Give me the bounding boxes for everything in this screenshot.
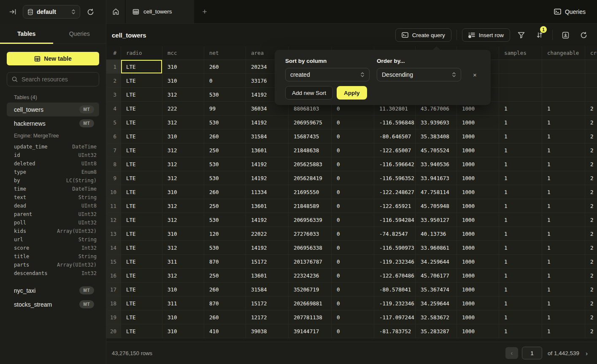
- table-cell[interactable]: LTE: [121, 74, 162, 88]
- table-cell[interactable]: 311: [162, 255, 204, 269]
- table-cell[interactable]: 1: [542, 129, 585, 143]
- table-cell[interactable]: 312: [162, 213, 204, 227]
- table-cell[interactable]: 530: [204, 171, 246, 185]
- table-cell[interactable]: 250: [204, 269, 246, 283]
- table-cell[interactable]: 205625883: [289, 157, 332, 171]
- table-cell[interactable]: -122.670486: [374, 269, 416, 283]
- table-cell[interactable]: -122.248627: [374, 185, 416, 199]
- table-cell[interactable]: 1: [499, 129, 542, 143]
- table-cell[interactable]: 1: [542, 185, 585, 199]
- table-cell[interactable]: -116.596642: [374, 157, 416, 171]
- apply-sort-button[interactable]: Apply: [337, 86, 367, 100]
- column-header-created[interactable]: created: [585, 46, 597, 59]
- table-cell[interactable]: LTE: [121, 185, 162, 199]
- table-cell[interactable]: 1: [542, 171, 585, 185]
- table-cell[interactable]: 206956338: [289, 241, 332, 255]
- table-cell[interactable]: 2: [585, 185, 597, 199]
- table-cell[interactable]: 1: [542, 241, 585, 255]
- table-cell[interactable]: 1: [499, 116, 542, 129]
- table-cell[interactable]: 1: [499, 185, 542, 199]
- table-cell[interactable]: 0: [332, 283, 374, 297]
- table-cell[interactable]: 12172: [246, 310, 289, 324]
- table-cell[interactable]: 1000: [457, 324, 499, 338]
- table-cell[interactable]: LTE: [121, 297, 162, 310]
- column-header-mcc[interactable]: mcc: [162, 46, 204, 59]
- table-cell[interactable]: [585, 74, 597, 88]
- create-query-button[interactable]: Create query: [395, 28, 451, 42]
- table-cell[interactable]: 260: [204, 129, 246, 143]
- table-cell[interactable]: 27276033: [289, 227, 332, 241]
- table-cell[interactable]: 1: [499, 102, 542, 116]
- table-cell[interactable]: 1: [499, 241, 542, 255]
- table-cell[interactable]: 45.705524: [416, 143, 457, 157]
- table-cell[interactable]: 33.960861: [416, 241, 457, 255]
- table-cell[interactable]: 1: [542, 283, 585, 297]
- table-cell[interactable]: 2: [585, 283, 597, 297]
- table-cell[interactable]: 0: [332, 129, 374, 143]
- column-header-samples[interactable]: samples: [499, 46, 542, 59]
- table-cell[interactable]: LTE: [121, 269, 162, 283]
- table-cell[interactable]: 0: [332, 116, 374, 129]
- column-header-num[interactable]: #: [106, 46, 121, 59]
- table-cell[interactable]: 1: [542, 324, 585, 338]
- table-cell[interactable]: 45.705948: [416, 199, 457, 213]
- table-cell[interactable]: [585, 60, 597, 74]
- table-cell[interactable]: -119.232346: [374, 255, 416, 269]
- table-cell[interactable]: [585, 88, 597, 102]
- table-cell[interactable]: 310: [162, 185, 204, 199]
- table-cell[interactable]: 205628419: [289, 171, 332, 185]
- page-number-input[interactable]: [522, 347, 542, 359]
- remove-sort-button[interactable]: ×: [473, 68, 477, 81]
- table-cell[interactable]: 14192: [246, 241, 289, 255]
- table-cell[interactable]: 22022: [246, 227, 289, 241]
- table-cell[interactable]: -117.097244: [374, 310, 416, 324]
- table-cell[interactable]: 312: [162, 199, 204, 213]
- table-cell[interactable]: 22324236: [289, 269, 332, 283]
- table-cell[interactable]: 870: [204, 255, 246, 269]
- table-cell[interactable]: 2: [585, 171, 597, 185]
- table-cell[interactable]: LTE: [121, 213, 162, 227]
- table-cell[interactable]: 310: [162, 74, 204, 88]
- table-cell[interactable]: [542, 60, 585, 74]
- table-cell[interactable]: 201376787: [289, 255, 332, 269]
- table-cell[interactable]: 312: [162, 171, 204, 185]
- table-cell[interactable]: LTE: [121, 129, 162, 143]
- table-cell[interactable]: 2: [585, 157, 597, 171]
- table-cell[interactable]: 207781138: [289, 310, 332, 324]
- table-cell[interactable]: 1: [542, 297, 585, 310]
- table-cell[interactable]: 13601: [246, 269, 289, 283]
- table-cell[interactable]: [499, 88, 542, 102]
- download-button[interactable]: [558, 28, 573, 42]
- table-cell[interactable]: 1: [499, 297, 542, 310]
- table-cell[interactable]: 0: [332, 255, 374, 269]
- table-cell[interactable]: 14192: [246, 157, 289, 171]
- table-cell[interactable]: 2: [585, 102, 597, 116]
- table-cell[interactable]: 0: [332, 324, 374, 338]
- table-cell[interactable]: 530: [204, 116, 246, 129]
- table-cell[interactable]: 2: [585, 116, 597, 129]
- table-cell[interactable]: 33.940536: [416, 157, 457, 171]
- table-cell[interactable]: 1: [542, 143, 585, 157]
- table-cell[interactable]: 1: [499, 157, 542, 171]
- table-cell[interactable]: 21848589: [289, 199, 332, 213]
- table-cell[interactable]: 0: [332, 157, 374, 171]
- table-cell[interactable]: 202669881: [289, 297, 332, 310]
- new-tab-button[interactable]: +: [194, 0, 215, 23]
- table-cell[interactable]: 310: [162, 129, 204, 143]
- table-cell[interactable]: 47.758114: [416, 185, 457, 199]
- table-cell[interactable]: 1: [542, 199, 585, 213]
- table-cell[interactable]: 1: [542, 213, 585, 227]
- table-cell[interactable]: [542, 74, 585, 88]
- next-page-button[interactable]: ›: [586, 350, 588, 357]
- table-cell[interactable]: 312: [162, 116, 204, 129]
- table-cell[interactable]: 0: [332, 310, 374, 324]
- table-cell[interactable]: 2: [585, 255, 597, 269]
- table-cell[interactable]: 1: [542, 227, 585, 241]
- table-cell[interactable]: 1: [499, 283, 542, 297]
- table-cell[interactable]: 33.939693: [416, 116, 457, 129]
- table-cell[interactable]: [499, 74, 542, 88]
- table-cell[interactable]: 250: [204, 143, 246, 157]
- table-cell[interactable]: 1000: [457, 297, 499, 310]
- table-cell[interactable]: 312: [162, 269, 204, 283]
- table-cell[interactable]: 2: [585, 324, 597, 338]
